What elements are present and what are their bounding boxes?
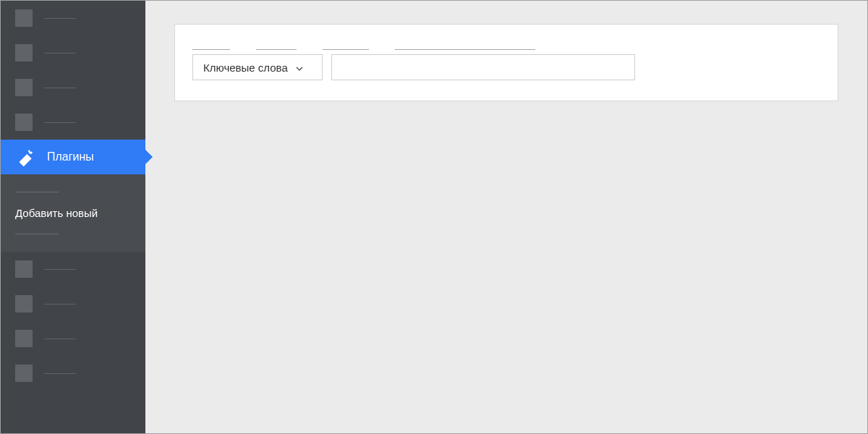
placeholder-icon	[15, 44, 33, 61]
sidebar-item-placeholder[interactable]	[1, 252, 145, 286]
sidebar-item-placeholder[interactable]	[1, 35, 145, 70]
placeholder-icon	[15, 330, 33, 347]
placeholder-icon	[15, 260, 33, 278]
tab-placeholder[interactable]	[323, 49, 369, 50]
placeholder-icon	[15, 295, 33, 312]
svg-line-1	[30, 152, 32, 153]
sidebar-item-placeholder[interactable]	[1, 70, 145, 105]
sidebar-submenu: Добавить новый	[1, 174, 145, 252]
placeholder-text	[44, 18, 76, 19]
sidebar-item-placeholder[interactable]	[1, 356, 145, 391]
sidebar-item-placeholder[interactable]	[1, 1, 145, 35]
main-content: Ключевые слова	[145, 1, 867, 433]
placeholder-text	[44, 122, 76, 123]
placeholder-text	[44, 88, 76, 88]
placeholder-text	[44, 339, 76, 339]
tab-placeholder[interactable]	[256, 49, 297, 50]
plug-icon	[15, 147, 35, 167]
placeholder-text	[44, 304, 76, 305]
placeholder-text	[44, 373, 76, 374]
sidebar-item-placeholder[interactable]	[1, 105, 145, 140]
placeholder-text	[44, 269, 76, 270]
dropdown-label: Ключевые слова	[203, 61, 288, 74]
search-row: Ключевые слова	[192, 54, 820, 80]
sidebar-item-plugins[interactable]: Плагины	[1, 140, 145, 174]
search-input[interactable]	[331, 54, 635, 80]
sidebar-item-placeholder[interactable]	[1, 321, 145, 356]
placeholder-text	[44, 53, 76, 54]
submenu-item-placeholder[interactable]	[15, 192, 59, 192]
tab-placeholder[interactable]	[395, 49, 535, 50]
submenu-item-placeholder[interactable]	[15, 234, 59, 234]
submenu-item-add-new[interactable]: Добавить новый	[1, 201, 145, 225]
chevron-down-icon	[295, 63, 304, 72]
placeholder-icon	[15, 79, 33, 96]
sidebar: Плагины Добавить новый	[1, 1, 145, 433]
placeholder-icon	[15, 114, 33, 131]
search-filter-dropdown[interactable]: Ключевые слова	[192, 54, 323, 80]
placeholder-icon	[15, 365, 33, 382]
panel-tabs	[192, 39, 820, 40]
sidebar-item-placeholder[interactable]	[1, 286, 145, 321]
sidebar-item-label: Плагины	[47, 150, 94, 163]
tab-placeholder[interactable]	[192, 49, 230, 50]
placeholder-icon	[15, 9, 33, 27]
search-panel: Ключевые слова	[174, 24, 838, 101]
